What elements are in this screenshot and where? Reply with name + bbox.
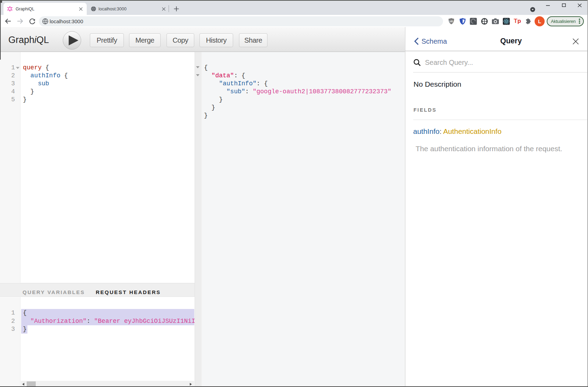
svg-text:UD: UD xyxy=(450,20,453,23)
